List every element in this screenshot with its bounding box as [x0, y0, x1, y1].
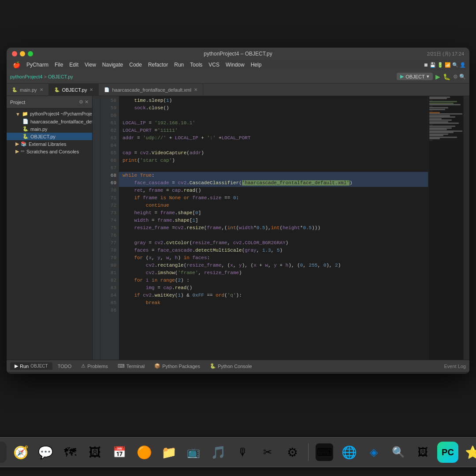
tree-object-py[interactable]: 🐍 OBJECT.py — [7, 133, 92, 140]
menu-navigate[interactable]: Navigate — [100, 61, 126, 68]
dock-appstore[interactable]: ✂ — [257, 442, 278, 463]
tree-ext-libraries[interactable]: ▶ 📚 External Libraries — [7, 140, 92, 148]
title-bar-right: 2/21日 (月) 17:24 — [427, 51, 464, 57]
minimap-line — [429, 104, 461, 105]
tree-xml-file[interactable]: 📄 haarcascade_frontalface_default.xml — [7, 118, 92, 125]
run-button[interactable]: ▶ — [435, 73, 440, 80]
dock-terminal[interactable]: ⌨ — [314, 442, 335, 463]
bottom-tab-run[interactable]: ▶ Run OBJECT — [10, 362, 52, 370]
code-line-63: addr = 'udp://' + LOCAL_IP + ':' +LOCAL_… — [119, 134, 428, 142]
folder-open-icon: ▼ — [15, 112, 20, 117]
menu-pycharm[interactable]: PyCharm — [24, 61, 51, 68]
line-69: 69 — [100, 179, 116, 187]
dock-podcasts[interactable]: 🎙 — [232, 442, 253, 463]
code-line-61: LOCAL_IP = '192.168.10.1' — [119, 119, 428, 127]
problems-tab-icon: ⚠ — [81, 363, 86, 369]
line-75: 75 — [100, 224, 116, 232]
run-config-selector[interactable]: ▶ OBJECT ▾ — [397, 73, 432, 80]
dock-appletv[interactable]: 📺 — [183, 442, 204, 463]
project-folder-icon: 📁 — [22, 111, 28, 117]
dock-photos[interactable]: 🖼 — [84, 442, 105, 463]
line-81: 81 — [100, 269, 116, 277]
main-py-label: main.py — [30, 126, 48, 132]
tab-close-xml[interactable]: ✕ — [194, 87, 197, 92]
line-82: 82 — [100, 277, 116, 284]
tree-scratches[interactable]: ▶ ✏ Scratches and Consoles — [7, 148, 92, 155]
bottom-tab-packages[interactable]: 📦 Python Packages — [150, 362, 205, 370]
code-line-83: img = cap.read() — [119, 284, 428, 292]
bottom-tab-todo[interactable]: TODO — [53, 363, 76, 370]
bottom-tab-problems[interactable]: ⚠ Problems — [77, 362, 112, 370]
object-py-icon: 🐍 — [22, 134, 29, 139]
terminal-tab-icon: ⌨ — [118, 363, 125, 369]
tab-main-py[interactable]: 🐍 main.py ✕ — [7, 84, 49, 96]
breadcrumb-file: OBJECT.py — [48, 74, 73, 79]
event-log-label[interactable]: Event Log — [444, 364, 466, 369]
menu-file[interactable]: File — [52, 61, 66, 68]
dock-files[interactable]: 📁 — [158, 442, 179, 463]
project-tree: ▼ 📁 pythonProject4 ~/PycharmProjects/pyt… — [7, 108, 92, 360]
dock: 🔵 ⊞ 🧭 💬 🗺 🖼 📅 🟠 📁 📺 🎵 🎙 ✂ ⚙ ⌨ 🌐 — [0, 437, 476, 467]
tree-main-py[interactable]: 🐍 main.py — [7, 125, 92, 133]
dock-maps[interactable]: 🗺 — [60, 442, 81, 463]
line-72: 72 — [100, 202, 116, 209]
tab-close-object[interactable]: ✕ — [89, 87, 93, 92]
dock-preview[interactable]: 🖼 — [413, 442, 434, 463]
dock-launchpad[interactable]: ⊞ — [0, 442, 7, 463]
code-editor[interactable]: time.sleep(1) sock.close() LOCAL_IP = '1… — [119, 96, 428, 360]
dock-music[interactable]: 🎵 — [208, 442, 229, 463]
pycharm-icon: PC — [442, 447, 454, 457]
dock-vscode[interactable]: ◈ — [363, 442, 384, 463]
minimap-line — [429, 135, 443, 136]
toolbar-right: ▶ OBJECT ▾ ▶ 🐛 ⚙ 🔍 — [397, 73, 466, 80]
apple-menu[interactable]: 🍎 — [10, 61, 23, 68]
dock-calendar[interactable]: 📅 — [109, 442, 130, 463]
maps-icon: 🗺 — [64, 445, 76, 460]
right-scrollbar[interactable] — [463, 96, 469, 360]
bottom-tab-console[interactable]: 🐍 Python Console — [205, 362, 257, 370]
dock-amphetamine[interactable]: ⭐ — [462, 442, 476, 463]
bottom-tab-terminal[interactable]: ⌨ Terminal — [113, 362, 149, 370]
menu-view[interactable]: View — [82, 61, 99, 68]
menu-refactor[interactable]: Refactor — [145, 61, 171, 68]
menu-vcs[interactable]: VCS — [206, 61, 222, 68]
toolbar-actions: ⚙ 🔍 — [453, 74, 466, 80]
run-tab-config: OBJECT — [30, 364, 48, 368]
left-margin — [93, 96, 100, 360]
scratches-icon: ✏ — [21, 149, 25, 154]
menu-help[interactable]: Help — [248, 61, 264, 68]
dock-pycharm[interactable]: PC — [437, 442, 458, 463]
menu-window[interactable]: Window — [223, 61, 247, 68]
code-line-75: resize_frame =cv2.resize(frame,(int(widt… — [119, 224, 428, 232]
dock-settings[interactable]: ⚙ — [282, 442, 303, 463]
console-tab-label: Python Console — [218, 364, 252, 369]
menu-run[interactable]: Run — [171, 61, 186, 68]
line-68: 68 — [100, 172, 116, 179]
dock-safari[interactable]: 🧭 — [10, 442, 31, 463]
tab-xml[interactable]: 📄 haarcascade_frontalface_default.xml ✕ — [99, 84, 203, 96]
packages-tab-label: Python Packages — [162, 364, 200, 369]
minimap-line — [429, 129, 447, 130]
tab-object-py[interactable]: 🐍 OBJECT.py ✕ — [49, 84, 99, 96]
bottom-tab-right: Event Log — [444, 364, 466, 369]
breadcrumb: pythonProject4 > OBJECT.py — [10, 74, 73, 79]
project-root-label: pythonProject4 ~/PycharmProjects/python — [30, 112, 92, 116]
tree-project-root[interactable]: ▼ 📁 pythonProject4 ~/PycharmProjects/pyt… — [7, 110, 92, 118]
dock-messages[interactable]: 💬 — [35, 442, 56, 463]
close-button[interactable] — [12, 51, 17, 56]
dock-chrome[interactable]: 🌐 — [338, 442, 360, 463]
debug-button[interactable]: 🐛 — [443, 73, 450, 80]
menu-edit[interactable]: Edit — [67, 61, 81, 68]
minimize-button[interactable] — [20, 51, 25, 56]
dock-contacts[interactable]: 🟠 — [134, 442, 155, 463]
menu-tools[interactable]: Tools — [187, 61, 205, 68]
tab-close-main[interactable]: ✕ — [40, 87, 43, 92]
dock-spotlight[interactable]: 🔍 — [388, 442, 409, 463]
breadcrumb-project: pythonProject4 — [10, 74, 42, 79]
minimap-line — [429, 101, 457, 102]
menu-code[interactable]: Code — [126, 61, 145, 68]
fullscreen-button[interactable] — [28, 51, 33, 56]
line-66: 66 — [100, 157, 116, 164]
menu-icons: ⏹ 💾 🔋 📶 🔍 👤 — [424, 62, 466, 68]
code-line-73: height = frame.shape[0] — [119, 209, 428, 217]
